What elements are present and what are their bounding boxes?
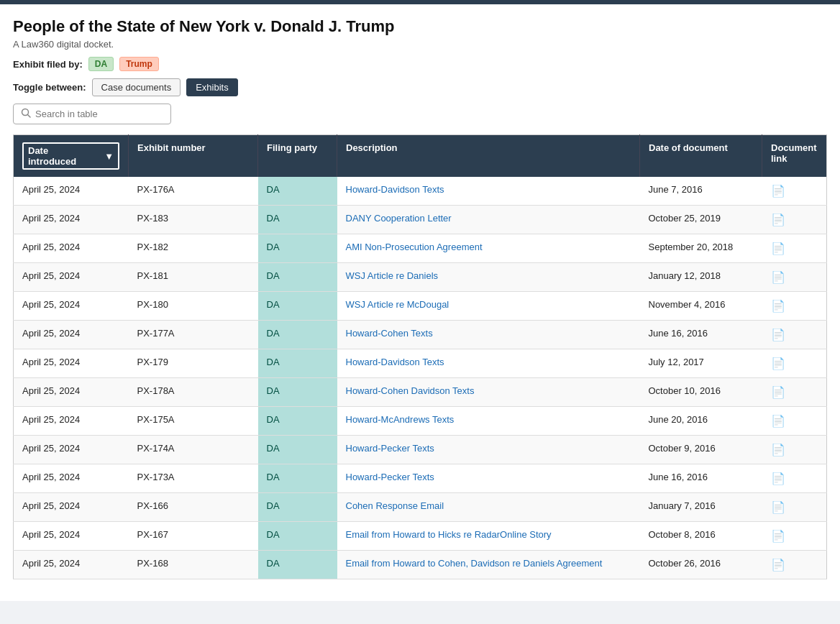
sort-icon[interactable]: ▼ <box>104 151 114 162</box>
description-link[interactable]: Howard-Pecker Texts <box>346 443 434 454</box>
cell-description[interactable]: Howard-Pecker Texts <box>337 436 640 464</box>
description-link[interactable]: Email from Howard to Hicks re RadarOnlin… <box>346 529 552 540</box>
description-link[interactable]: WSJ Article re McDougal <box>346 299 449 310</box>
cell-doc-link[interactable]: 📄 <box>762 177 827 206</box>
cell-exhibit-num: PX-167 <box>129 522 258 551</box>
document-icon[interactable]: 📄 <box>771 386 785 398</box>
cell-filing-party: DA <box>258 177 337 206</box>
cell-exhibit-num: PX-166 <box>129 493 258 522</box>
description-link[interactable]: Howard-Davidson Texts <box>346 357 444 367</box>
date-intro-header-inner[interactable]: Date introduced ▼ <box>22 142 119 170</box>
toggle-exhibits[interactable]: Exhibits <box>186 78 238 96</box>
col-header-date-intro: Date introduced ▼ <box>14 135 129 178</box>
document-icon[interactable]: 📄 <box>771 214 785 226</box>
cell-date-intro: April 25, 2024 <box>14 234 129 263</box>
cell-description[interactable]: Howard-Pecker Texts <box>337 464 640 493</box>
table-row: April 25, 2024PX-177ADAHoward-Cohen Text… <box>14 321 827 349</box>
cell-doc-link[interactable]: 📄 <box>762 292 827 321</box>
cell-description[interactable]: Email from Howard to Hicks re RadarOnlin… <box>337 522 640 551</box>
cell-description[interactable]: Email from Howard to Cohen, Davidson re … <box>337 551 640 579</box>
cell-doc-link[interactable]: 📄 <box>762 436 827 464</box>
cell-exhibit-num: PX-173A <box>129 464 258 493</box>
cell-doc-date: July 12, 2017 <box>640 349 762 378</box>
table-row: April 25, 2024PX-168DAEmail from Howard … <box>14 551 827 579</box>
cell-doc-link[interactable]: 📄 <box>762 263 827 292</box>
cell-description[interactable]: DANY Cooperation Letter <box>337 206 640 234</box>
filed-by-row: Exhibit filed by: DA Trump <box>13 57 827 71</box>
document-icon[interactable]: 📄 <box>771 329 785 341</box>
cell-date-intro: April 25, 2024 <box>14 292 129 321</box>
table-row: April 25, 2024PX-175ADAHoward-McAndrews … <box>14 407 827 436</box>
table-row: April 25, 2024PX-180DAWSJ Article re McD… <box>14 292 827 321</box>
col-header-doc-date: Date of document <box>640 135 762 178</box>
cell-date-intro: April 25, 2024 <box>14 493 129 522</box>
cell-description[interactable]: Cohen Response Email <box>337 493 640 522</box>
cell-description[interactable]: AMI Non-Prosecution Agreement <box>337 234 640 263</box>
cell-date-intro: April 25, 2024 <box>14 522 129 551</box>
cell-date-intro: April 25, 2024 <box>14 436 129 464</box>
cell-doc-link[interactable]: 📄 <box>762 407 827 436</box>
cell-description[interactable]: Howard-Davidson Texts <box>337 349 640 378</box>
cell-exhibit-num: PX-176A <box>129 177 258 206</box>
cell-doc-link[interactable]: 📄 <box>762 378 827 407</box>
description-link[interactable]: Howard-Cohen Davidson Texts <box>346 385 475 396</box>
document-icon[interactable]: 📄 <box>771 300 785 312</box>
document-icon[interactable]: 📄 <box>771 530 785 542</box>
document-icon[interactable]: 📄 <box>771 501 785 513</box>
col-header-doc-link: Document link <box>762 135 827 178</box>
cell-filing-party: DA <box>258 436 337 464</box>
cell-description[interactable]: WSJ Article re Daniels <box>337 263 640 292</box>
cell-doc-link[interactable]: 📄 <box>762 493 827 522</box>
description-link[interactable]: Howard-Cohen Texts <box>346 328 433 339</box>
cell-doc-link[interactable]: 📄 <box>762 206 827 234</box>
cell-description[interactable]: WSJ Article re McDougal <box>337 292 640 321</box>
cell-description[interactable]: Howard-Cohen Davidson Texts <box>337 378 640 407</box>
document-icon[interactable]: 📄 <box>771 444 785 456</box>
badge-da[interactable]: DA <box>88 57 114 71</box>
svg-line-1 <box>28 115 31 118</box>
col-header-exhibit-num: Exhibit number <box>129 135 258 178</box>
description-link[interactable]: Email from Howard to Cohen, Davidson re … <box>346 558 603 569</box>
description-link[interactable]: Howard-Pecker Texts <box>346 472 434 482</box>
document-icon[interactable]: 📄 <box>771 415 785 427</box>
cell-filing-party: DA <box>258 206 337 234</box>
cell-filing-party: DA <box>258 378 337 407</box>
cell-filing-party: DA <box>258 551 337 579</box>
cell-doc-link[interactable]: 📄 <box>762 551 827 579</box>
cell-doc-link[interactable]: 📄 <box>762 349 827 378</box>
table-row: April 25, 2024PX-166DACohen Response Ema… <box>14 493 827 522</box>
cell-exhibit-num: PX-174A <box>129 436 258 464</box>
table-row: April 25, 2024PX-178ADAHoward-Cohen Davi… <box>14 378 827 407</box>
cell-filing-party: DA <box>258 522 337 551</box>
cell-doc-date: October 10, 2016 <box>640 378 762 407</box>
toggle-case-docs[interactable]: Case documents <box>92 78 181 96</box>
cell-doc-date: September 20, 2018 <box>640 234 762 263</box>
document-icon[interactable]: 📄 <box>771 559 785 571</box>
description-link[interactable]: Howard-Davidson Texts <box>346 184 444 195</box>
cell-doc-link[interactable]: 📄 <box>762 522 827 551</box>
cell-doc-date: January 12, 2018 <box>640 263 762 292</box>
cell-doc-link[interactable]: 📄 <box>762 234 827 263</box>
description-link[interactable]: DANY Cooperation Letter <box>346 213 452 224</box>
cell-exhibit-num: PX-177A <box>129 321 258 349</box>
description-link[interactable]: Cohen Response Email <box>346 500 444 511</box>
cell-description[interactable]: Howard-McAndrews Texts <box>337 407 640 436</box>
cell-doc-link[interactable]: 📄 <box>762 464 827 493</box>
description-link[interactable]: WSJ Article re Daniels <box>346 270 439 281</box>
badge-trump[interactable]: Trump <box>119 57 159 71</box>
cell-doc-date: June 16, 2016 <box>640 321 762 349</box>
document-icon[interactable]: 📄 <box>771 185 785 197</box>
cell-doc-link[interactable]: 📄 <box>762 321 827 349</box>
search-input[interactable] <box>35 109 158 119</box>
cell-description[interactable]: Howard-Cohen Texts <box>337 321 640 349</box>
filed-by-label: Exhibit filed by: <box>13 59 83 70</box>
description-link[interactable]: Howard-McAndrews Texts <box>346 414 455 425</box>
cell-filing-party: DA <box>258 464 337 493</box>
document-icon[interactable]: 📄 <box>771 357 785 370</box>
document-icon[interactable]: 📄 <box>771 472 785 485</box>
cell-description[interactable]: Howard-Davidson Texts <box>337 177 640 206</box>
cell-date-intro: April 25, 2024 <box>14 263 129 292</box>
document-icon[interactable]: 📄 <box>771 271 785 283</box>
description-link[interactable]: AMI Non-Prosecution Agreement <box>346 242 483 252</box>
document-icon[interactable]: 📄 <box>771 242 785 254</box>
